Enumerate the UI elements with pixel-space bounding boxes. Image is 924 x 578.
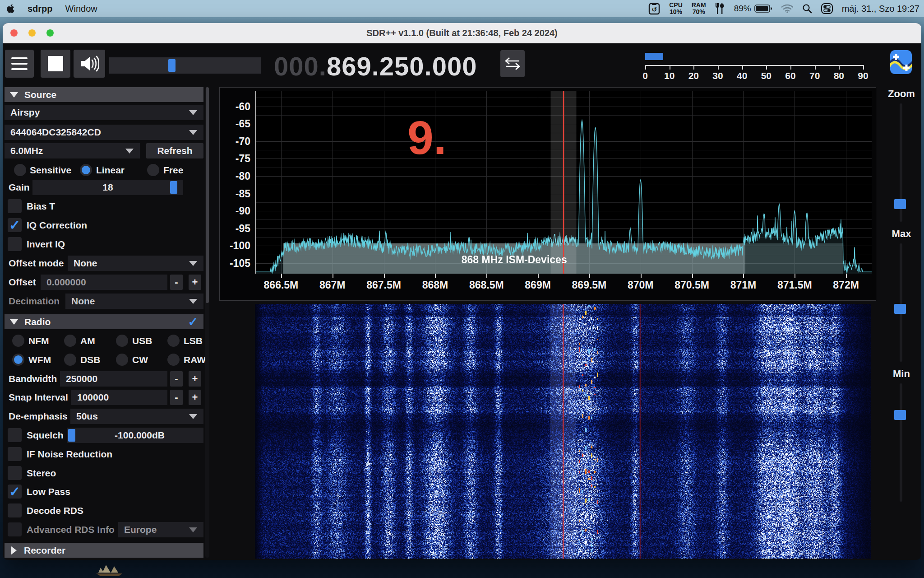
gain-label: Gain [9,180,30,195]
chevron-down-icon [189,527,197,532]
window-titlebar[interactable]: SDR++ v1.1.0 (Built at 21:36:48, Feb 24 … [3,23,921,43]
device-serial-select[interactable]: 644064DC325842CD [5,125,203,140]
menu-app-name[interactable]: sdrpp [28,4,53,14]
backup-status-icon[interactable]: ↺ [648,2,660,15]
sidebar-scrollbar[interactable] [205,87,209,558]
fft-x-tick-label: 868.5M [469,279,504,291]
samplerate-select[interactable]: 6.0MHz [5,143,140,158]
spotlight-search-icon[interactable] [802,4,812,14]
rds-region-select[interactable]: Europe [118,522,203,537]
squelch-slider[interactable]: -100.000dB [67,428,203,443]
mode-usb[interactable] [116,335,128,347]
fft-x-tick [435,274,436,278]
offset-mode-select[interactable]: None [68,256,203,271]
bandwidth-plus-button[interactable]: + [189,371,201,387]
menu-window[interactable]: Window [65,4,97,14]
offset-input[interactable]: 0.000000 [41,275,167,290]
radio-linear[interactable] [80,164,92,176]
bandwidth-input[interactable]: 250000 [60,371,167,387]
volume-slider-handle[interactable] [168,59,176,72]
volume-slider[interactable] [109,57,261,74]
source-panel-header[interactable]: Source [5,87,203,102]
fft-spectrum-panel[interactable]: -60-65-70-75-80-85-90-95-100-105 866.5M8… [219,87,876,301]
fft-x-tick-label: 866.5M [264,279,299,291]
if-noise-reduction-checkbox[interactable] [8,447,22,461]
control-center-icon[interactable] [821,3,833,14]
ram-status[interactable]: RAM 70% [692,2,706,15]
fft-x-tick [589,274,590,278]
fft-x-tick-label: 870.5M [675,279,709,291]
sidebar-scrollbar-thumb[interactable] [206,87,209,303]
tuning-mode-button[interactable] [500,50,525,77]
mode-cw[interactable] [116,354,128,366]
squelch-checkbox[interactable] [8,428,22,442]
mode-dsb[interactable] [64,354,76,366]
frequency-display[interactable]: 000.869.250.000 [274,51,477,81]
offset-mode-label: Offset mode [9,256,64,271]
squelch-label: Squelch [27,428,64,443]
stereo-label: Stereo [27,466,56,481]
wifi-icon[interactable] [781,4,793,13]
bias-t-checkbox[interactable] [8,199,22,213]
speaker-icon [79,55,99,73]
squelch-value: -100.000dB [67,428,203,443]
offset-value: 0.000000 [46,277,86,288]
refresh-button[interactable]: Refresh [146,143,203,158]
min-slider-label: Min [879,368,921,380]
invert-iq-checkbox[interactable] [8,237,22,251]
collapse-arrow-icon [10,319,18,325]
source-select-value: Airspy [10,107,40,118]
fft-x-tick [538,274,539,278]
volume-button[interactable] [74,50,105,78]
cpu-status[interactable]: CPU 10% [669,2,683,15]
plus-icon: + [192,392,198,403]
offset-minus-button[interactable]: - [170,275,183,290]
mode-wfm[interactable] [12,354,24,366]
low-pass-checkbox[interactable]: ✓ [8,485,22,499]
cpu-value: 10% [670,9,682,15]
gain-slider-handle[interactable] [170,181,177,194]
mode-lsb-label: LSB [184,333,203,349]
advanced-rds-checkbox[interactable] [8,522,22,536]
decode-rds-checkbox[interactable] [8,503,22,517]
mode-raw[interactable] [167,354,180,366]
snap-minus-button[interactable]: - [170,390,183,405]
snap-interval-value: 100000 [77,392,109,403]
radio-enabled-check-icon[interactable]: ✓ [188,315,198,329]
stereo-checkbox[interactable] [8,466,22,480]
iq-correction-checkbox[interactable]: ✓ [8,218,22,232]
fft-x-tick-label: 870M [628,279,654,291]
gain-slider[interactable]: 18 [32,180,183,195]
menu-toggle-button[interactable] [5,50,34,78]
zoom-slider-handle[interactable] [894,199,906,209]
bandwidth-minus-button[interactable]: - [170,371,183,387]
fft-y-tick-label: -95 [220,223,250,235]
min-slider-track[interactable] [900,383,902,502]
snr-tick [790,65,791,70]
max-slider-handle[interactable] [894,304,906,314]
radio-sensitive[interactable] [14,164,26,176]
stop-button[interactable] [41,50,70,78]
max-slider-track[interactable] [900,243,902,362]
mode-am[interactable] [64,335,76,347]
snap-plus-button[interactable]: + [189,390,201,405]
clock[interactable]: máj. 31., Szo 19:27 [842,4,919,14]
min-slider-handle[interactable] [894,410,906,420]
mode-lsb[interactable] [167,335,180,347]
battery-status[interactable]: 89% [734,4,772,14]
deemphasis-select[interactable]: 50us [70,409,203,424]
mode-nfm[interactable] [12,335,24,347]
recorder-panel-header[interactable]: Recorder [5,543,203,558]
snap-interval-input[interactable]: 100000 [71,390,167,405]
radio-panel-header[interactable]: Radio ✓ [5,314,203,329]
fft-x-tick [384,274,385,278]
radio-free[interactable] [147,164,159,176]
offset-plus-button[interactable]: + [189,275,201,290]
mode-cw-label: CW [132,352,148,368]
decimation-select[interactable]: None [65,294,203,309]
fft-x-tick [846,274,847,278]
waterfall-display[interactable] [255,304,871,559]
source-select[interactable]: Airspy [5,105,203,120]
apple-menu[interactable] [6,4,15,14]
utilities-icon[interactable] [715,3,725,14]
